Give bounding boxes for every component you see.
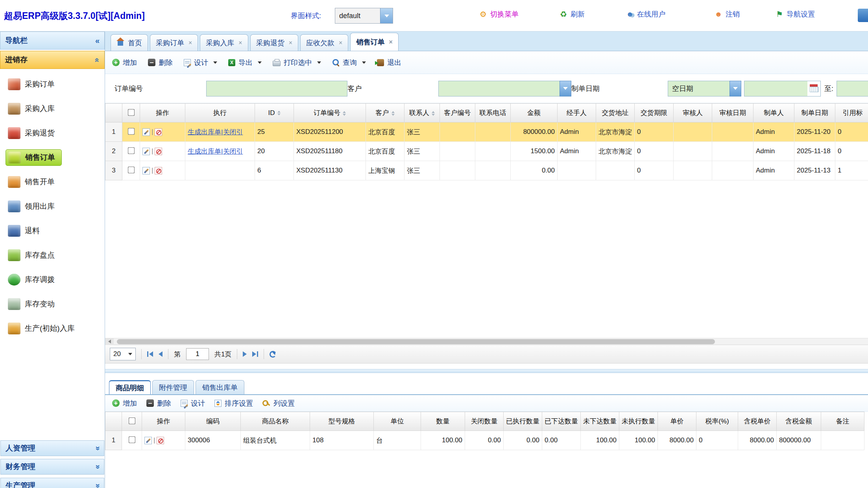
col-order-no[interactable]: 订单编号 (294, 104, 366, 122)
edit-icon[interactable] (144, 437, 152, 444)
first-page-button[interactable] (147, 351, 153, 357)
delete-icon[interactable] (157, 437, 164, 444)
delete-icon[interactable] (155, 128, 162, 136)
chevron-down-icon[interactable] (560, 81, 571, 96)
delete-button[interactable]: 删除 (148, 58, 173, 67)
table-row[interactable]: 2 生成出库单|关闭引 20 XSD202511180 北京百度 张三 1500… (105, 142, 868, 161)
online-users-link[interactable]: 在线用户 (626, 9, 665, 19)
select-all-checkbox[interactable] (128, 417, 135, 424)
row-checkbox[interactable] (127, 128, 135, 135)
sidebar-item-material-return[interactable]: 退料 (0, 219, 105, 243)
row-checkbox[interactable] (127, 147, 135, 154)
detail-design-button[interactable]: 设计 (181, 399, 205, 408)
chevron-down-icon (317, 61, 321, 64)
prev-page-button[interactable] (159, 351, 163, 357)
row-checkbox[interactable] (127, 167, 135, 174)
col-executed-qty: 已执行数量 (504, 412, 542, 431)
generate-outbound-link[interactable]: 生成出库单|关闭引 (188, 128, 243, 136)
delete-icon[interactable] (155, 148, 162, 155)
sidebar-section-production[interactable]: 生产管理 « (0, 478, 104, 488)
sidebar-item-production-in[interactable]: 生产(初始)入库 (0, 316, 105, 341)
scroll-left-icon[interactable] (105, 338, 114, 345)
date-preset-select[interactable]: 空日期 (668, 81, 741, 96)
search-button[interactable]: 查询 (332, 58, 366, 67)
page-size-select[interactable]: 20 (110, 348, 136, 360)
table-row[interactable]: 1 300006 组装台式机 108 台 100.00 0.00 0.00 0.… (105, 431, 864, 450)
print-selected-button[interactable]: 打印选中 (273, 58, 321, 67)
sort-settings-button[interactable]: 排序设置 (214, 399, 253, 408)
sidebar-item-purchase-return[interactable]: 采购退货 (0, 121, 105, 145)
delete-icon[interactable] (155, 167, 162, 174)
collapse-icon[interactable]: « (95, 36, 100, 45)
next-page-button[interactable] (243, 351, 247, 357)
column-settings-button[interactable]: 列设置 (262, 399, 295, 408)
tab-receivables[interactable]: 应收欠款 (300, 34, 348, 51)
horizontal-scrollbar[interactable] (105, 338, 868, 345)
table-row[interactable]: 1 生成出库单|关闭引 25 XSD202511200 北京百度 张三 8000… (105, 122, 868, 142)
col-id[interactable]: ID (255, 104, 294, 122)
row-checkbox[interactable] (128, 436, 135, 443)
last-page-button[interactable] (252, 351, 258, 357)
sidebar-item-stock-transfer[interactable]: 库存调拨 (0, 267, 105, 292)
chevron-down-icon[interactable] (729, 81, 741, 96)
sidebar-item-requisition-out[interactable]: 领用出库 (0, 194, 105, 219)
order-no-input[interactable] (206, 81, 347, 96)
sidebar-header[interactable]: 导航栏 « (0, 32, 105, 50)
sidebar-item-stock-check[interactable]: 库存盘点 (0, 243, 105, 267)
add-button[interactable]: 增加 (112, 58, 137, 67)
close-icon[interactable] (238, 39, 242, 46)
pager-bar: 20 第 共1页 (105, 345, 868, 364)
tab-purchase-return[interactable]: 采购退货 (250, 34, 298, 51)
sidebar-item-sales-order[interactable]: 销售订单 (0, 145, 105, 170)
generate-outbound-link[interactable]: 生成出库单|关闭引 (188, 148, 243, 155)
col-amount: 金额 (511, 104, 558, 122)
edit-icon[interactable] (142, 167, 150, 174)
customer-combo[interactable] (438, 81, 571, 96)
customer-input[interactable] (438, 81, 560, 96)
sidebar-item-stock-change[interactable]: 库存变动 (0, 292, 105, 316)
detail-delete-button[interactable]: 删除 (146, 399, 171, 408)
sidebar-section-finance[interactable]: 财务管理 « (0, 459, 104, 475)
logout-link[interactable]: 注销 (714, 9, 740, 19)
sidebar-item-sales-billing[interactable]: 销售开单 (0, 170, 105, 194)
sidebar-section-hr[interactable]: 人资管理 « (0, 440, 104, 456)
refresh-icon[interactable] (270, 351, 276, 358)
page-number-input[interactable] (186, 348, 209, 360)
tab-purchase-order[interactable]: 采购订单 (150, 34, 198, 51)
scrollbar-thumb[interactable] (117, 339, 715, 344)
calendar-icon[interactable] (807, 81, 821, 96)
exit-button[interactable]: 退出 (377, 58, 401, 67)
refresh-link[interactable]: 刷新 (559, 9, 585, 19)
detail-add-button[interactable]: 增加 (112, 399, 137, 408)
date-to-input[interactable] (837, 81, 868, 96)
design-button[interactable]: 设计 (184, 58, 217, 67)
panel-splitter[interactable] (105, 369, 868, 373)
export-button[interactable]: 导出 (228, 58, 262, 67)
close-icon[interactable] (339, 39, 342, 46)
close-icon[interactable] (188, 39, 192, 46)
tab-home[interactable]: 首页 (111, 34, 148, 51)
edit-icon[interactable] (142, 128, 150, 136)
sales-order-icon (8, 152, 21, 163)
tab-purchase-in[interactable]: 采购入库 (200, 34, 248, 51)
date-from-input[interactable] (744, 81, 807, 96)
tab-attachments[interactable]: 附件管理 (152, 380, 194, 394)
table-row[interactable]: 3 6 XSD202511130 上海宝钢 张三 0.00 0 Admin 20… (105, 161, 868, 180)
ui-style-select[interactable]: default (335, 8, 393, 24)
col-contact[interactable]: 联系人 (404, 104, 440, 122)
tab-sales-order[interactable]: 销售订单 (350, 33, 398, 51)
date-from-picker[interactable] (744, 81, 821, 96)
tab-product-detail[interactable]: 商品明细 (109, 380, 151, 394)
sidebar-item-purchase-in[interactable]: 采购入库 (0, 96, 105, 121)
col-tax-rate: 税率(%) (696, 412, 738, 431)
edit-icon[interactable] (142, 148, 150, 155)
sidebar-item-purchase-order[interactable]: 采购订单 (0, 72, 105, 96)
sidebar-section-jinxiaocun[interactable]: 进销存 « (0, 51, 105, 69)
close-icon[interactable] (389, 39, 392, 46)
col-customer[interactable]: 客户 (366, 104, 404, 122)
switch-menu-link[interactable]: 切换菜单 (479, 9, 519, 19)
nav-settings-link[interactable]: 导航设置 (775, 9, 815, 19)
select-all-checkbox[interactable] (127, 109, 135, 116)
tab-sales-outbound[interactable]: 销售出库单 (196, 380, 244, 394)
close-icon[interactable] (289, 39, 292, 46)
